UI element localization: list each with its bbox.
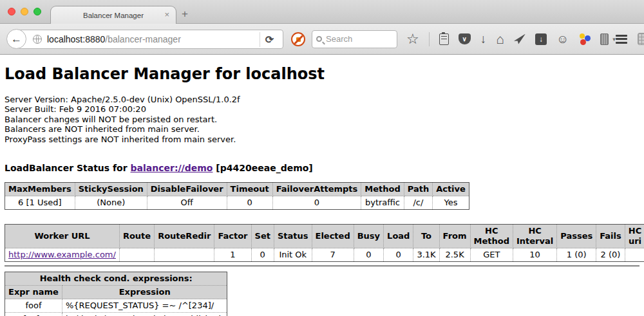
health-header-row: Expr name Expression bbox=[5, 286, 227, 299]
header-factor: Factor bbox=[214, 225, 251, 248]
worker-table: Worker URL Route RouteRedir Factor Set S… bbox=[5, 224, 644, 262]
balancer-demo-link[interactable]: balancer://demo bbox=[131, 163, 213, 173]
cell-busy: 0 bbox=[354, 248, 383, 262]
cell-set: 0 bbox=[251, 248, 274, 262]
cell-expression-foof2: hc('body') =~ /domain is established/ bbox=[62, 313, 227, 316]
pocket-chevron: ∨ bbox=[462, 35, 467, 42]
cell-from: 2.5K bbox=[439, 248, 470, 262]
tab-title: Balancer Manager bbox=[83, 12, 144, 19]
health-check-table: Health check cond. expressions: Expr nam… bbox=[5, 272, 227, 316]
cell-passes: 1 (0) bbox=[557, 248, 596, 262]
cell-worker-url: http://www.example.com/ bbox=[5, 248, 120, 262]
header-load: Load bbox=[384, 225, 413, 248]
site-globe-icon bbox=[33, 35, 42, 44]
header-to: To bbox=[413, 225, 439, 248]
status-prefix: LoadBalancer Status for bbox=[5, 163, 131, 173]
dot-blue bbox=[585, 35, 591, 41]
section-divider bbox=[5, 265, 639, 266]
balancer-settings-table: MaxMembers StickySession DisableFailover… bbox=[5, 182, 469, 210]
header-hc-uri: HC uri bbox=[625, 225, 644, 248]
cell-to: 3.1K bbox=[413, 248, 439, 262]
url-bar[interactable]: localhost:8880/balancer-manager ⟳ bbox=[18, 30, 283, 49]
health-table-title: Health check cond. expressions: bbox=[5, 272, 227, 286]
header-busy: Busy bbox=[354, 225, 383, 248]
header-expr-name: Expr name bbox=[5, 286, 62, 299]
dot-red bbox=[580, 39, 586, 45]
header-set: Set bbox=[251, 225, 274, 248]
downloadhelper-icon[interactable] bbox=[578, 33, 591, 45]
worker-url-link[interactable]: http://www.example.com/ bbox=[8, 250, 116, 259]
new-tab-button[interactable]: + bbox=[182, 8, 188, 21]
status-suffix: [p4420eeae_demo] bbox=[213, 163, 312, 173]
tab-groups-icon[interactable] bbox=[638, 33, 644, 45]
minimize-window-button[interactable] bbox=[21, 8, 28, 15]
header-hc-interval: HC Interval bbox=[513, 225, 556, 248]
cell-maxmembers: 6 [1 Used] bbox=[5, 196, 75, 210]
page-title: Load Balancer Manager for localhost bbox=[5, 65, 639, 83]
balancer-header-row: MaxMembers StickySession DisableFailover… bbox=[5, 183, 469, 196]
header-method: Method bbox=[361, 183, 404, 196]
window-controls bbox=[8, 8, 41, 15]
url-path: /balancer-manager bbox=[105, 34, 181, 44]
cell-active: Yes bbox=[433, 196, 469, 210]
search-input[interactable] bbox=[326, 34, 384, 44]
toolbar-right bbox=[616, 33, 644, 45]
proxypass-note-line: ProxyPass settings are NOT inherited fro… bbox=[5, 135, 639, 144]
bookmark-star-icon[interactable]: ☆ bbox=[406, 32, 419, 46]
worker-header-row: Worker URL Route RouteRedir Factor Set S… bbox=[5, 225, 644, 248]
cell-path: /c/ bbox=[404, 196, 432, 210]
health-title-row: Health check cond. expressions: bbox=[5, 272, 227, 286]
reading-list-icon[interactable] bbox=[439, 33, 449, 45]
close-window-button[interactable] bbox=[8, 8, 15, 15]
balancers-note-line: Balancers are NOT inherited from main se… bbox=[5, 124, 639, 134]
tab-balancer-manager[interactable]: Balancer Manager × bbox=[50, 6, 176, 24]
header-timeout: Timeout bbox=[227, 183, 272, 196]
header-path: Path bbox=[404, 183, 432, 196]
tab-close-icon[interactable]: × bbox=[164, 10, 169, 19]
header-from: From bbox=[439, 225, 470, 248]
header-elected: Elected bbox=[312, 225, 354, 248]
header-worker-url: Worker URL bbox=[5, 225, 120, 248]
loadbalancer-status-heading: LoadBalancer Status for balancer://demo … bbox=[5, 163, 639, 173]
browser-window: Balancer Manager × + ← localhost:8880/ba… bbox=[0, 0, 644, 316]
header-passes: Passes bbox=[557, 225, 596, 248]
search-bar[interactable] bbox=[312, 30, 397, 48]
cell-expr-name-foof2: foof2 bbox=[5, 313, 62, 316]
header-fails: Fails bbox=[596, 225, 625, 248]
worker-data-row: http://www.example.com/ 1 0 Init Ok 7 0 … bbox=[5, 248, 644, 262]
balancer-data-row: 6 [1 Used] (None) Off 0 0 bytraffic /c/ … bbox=[5, 196, 469, 210]
dot-yellow bbox=[580, 33, 585, 39]
header-routeredir: RouteRedir bbox=[155, 225, 214, 248]
navigation-toolbar: ← localhost:8880/balancer-manager ⟳ ☆ ∨ … bbox=[0, 24, 644, 55]
cell-hc-interval: 10 bbox=[513, 248, 556, 262]
home-icon[interactable]: ⌂ bbox=[496, 32, 504, 47]
header-active: Active bbox=[433, 183, 469, 196]
menu-icon[interactable] bbox=[616, 35, 627, 44]
forum-smiley-icon[interactable]: ☺ bbox=[556, 32, 569, 46]
pocket-icon[interactable]: ∨ bbox=[459, 33, 471, 44]
header-status: Status bbox=[274, 225, 312, 248]
health-data-row: foof %{REQUEST_STATUS} =~ /^[234]/ bbox=[5, 299, 227, 313]
zoom-window-button[interactable] bbox=[33, 8, 41, 15]
toolbar-separator bbox=[429, 32, 430, 46]
header-failoverattempts: FailoverAttempts bbox=[272, 183, 361, 196]
cell-route bbox=[119, 248, 154, 262]
search-icon bbox=[316, 36, 322, 42]
back-button[interactable]: ← bbox=[6, 29, 26, 49]
container-extension-icon[interactable] bbox=[600, 33, 609, 45]
header-hc-method: HC Method bbox=[470, 225, 513, 248]
cell-disablefailover: Off bbox=[147, 196, 227, 210]
header-route: Route bbox=[119, 225, 154, 248]
cell-load: 0 bbox=[384, 248, 413, 262]
reload-button[interactable]: ⟳ bbox=[260, 32, 279, 47]
cell-status: Init Ok bbox=[274, 248, 312, 262]
header-expression: Expression bbox=[62, 286, 227, 299]
blocked-plugin-icon[interactable] bbox=[291, 32, 305, 46]
cell-routeredir bbox=[155, 248, 214, 262]
extension-download-icon[interactable]: ↓ bbox=[535, 33, 547, 45]
downloads-icon[interactable]: ↓ bbox=[480, 32, 487, 46]
send-tab-icon[interactable] bbox=[514, 34, 526, 44]
cell-fails: 2 (0) bbox=[596, 248, 625, 262]
cell-factor: 1 bbox=[214, 248, 251, 262]
cell-expr-name-foof: foof bbox=[5, 299, 62, 313]
